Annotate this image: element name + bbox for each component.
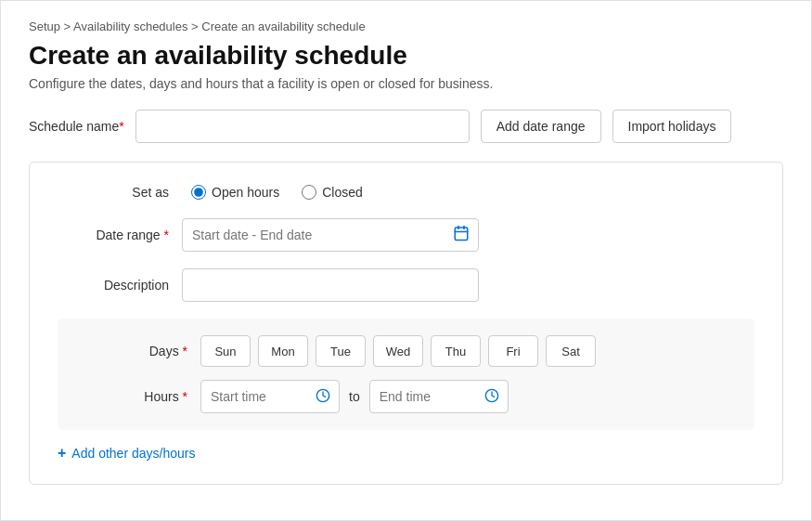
closed-label: Closed: [322, 185, 363, 200]
description-row: Description: [58, 268, 754, 302]
breadcrumb-setup[interactable]: Setup: [29, 20, 60, 33]
required-asterisk: *: [119, 119, 123, 134]
day-sat-button[interactable]: Sat: [546, 335, 596, 367]
day-wed-button[interactable]: Wed: [373, 335, 423, 367]
page-title: Create an availability schedule: [29, 41, 783, 71]
days-row: Days * Sun Mon Tue Wed Thu Fri Sat: [76, 335, 736, 367]
closed-radio[interactable]: [302, 185, 316, 200]
description-label: Description: [58, 278, 169, 293]
days-hours-section: Days * Sun Mon Tue Wed Thu Fri Sat Hours…: [58, 319, 754, 430]
date-range-input[interactable]: [182, 218, 479, 252]
start-time-input[interactable]: [200, 380, 340, 413]
radio-group: Open hours Closed: [191, 185, 363, 200]
date-range-label: Date range *: [58, 228, 169, 242]
day-mon-button[interactable]: Mon: [258, 335, 308, 367]
to-label: to: [349, 389, 360, 404]
schedule-name-label: Schedule name*: [29, 119, 124, 134]
days-label: Days *: [76, 344, 187, 358]
breadcrumb: Setup > Availability schedules > Create …: [29, 20, 783, 33]
plus-icon: +: [58, 445, 66, 462]
description-input[interactable]: [182, 268, 479, 302]
date-range-row: Date range *: [58, 218, 754, 252]
set-as-row: Set as Open hours Closed: [58, 185, 754, 200]
day-sun-button[interactable]: Sun: [200, 335, 251, 367]
hours-row: Hours * to: [76, 380, 736, 413]
end-time-input[interactable]: [369, 380, 509, 413]
availability-card: Set as Open hours Closed Date range *: [29, 162, 783, 485]
open-hours-option[interactable]: Open hours: [191, 185, 279, 200]
breadcrumb-availability-schedules[interactable]: Availability schedules: [73, 20, 187, 33]
days-buttons: Sun Mon Tue Wed Thu Fri Sat: [200, 335, 596, 367]
top-row: Schedule name* Add date range Import hol…: [29, 110, 783, 143]
day-fri-button[interactable]: Fri: [488, 335, 538, 367]
set-as-label: Set as: [58, 185, 169, 200]
open-hours-radio[interactable]: [191, 185, 206, 200]
import-holidays-button[interactable]: Import holidays: [612, 110, 732, 143]
breadcrumb-current: Create an availability schedule: [201, 20, 365, 33]
add-other-label: Add other days/hours: [71, 446, 195, 461]
start-time-wrapper: [200, 380, 340, 413]
schedule-name-input[interactable]: [135, 110, 470, 143]
closed-option[interactable]: Closed: [302, 185, 363, 200]
end-time-wrapper: [369, 380, 509, 413]
add-date-range-button[interactable]: Add date range: [481, 110, 601, 143]
add-other-link[interactable]: + Add other days/hours: [58, 445, 754, 462]
page-subtitle: Configure the dates, days and hours that…: [29, 76, 783, 91]
date-range-input-wrapper: [182, 218, 479, 252]
day-tue-button[interactable]: Tue: [316, 335, 366, 367]
open-hours-label: Open hours: [212, 185, 279, 200]
hours-label: Hours *: [76, 389, 187, 404]
page-container: Setup > Availability schedules > Create …: [0, 0, 812, 521]
day-thu-button[interactable]: Thu: [431, 335, 481, 367]
